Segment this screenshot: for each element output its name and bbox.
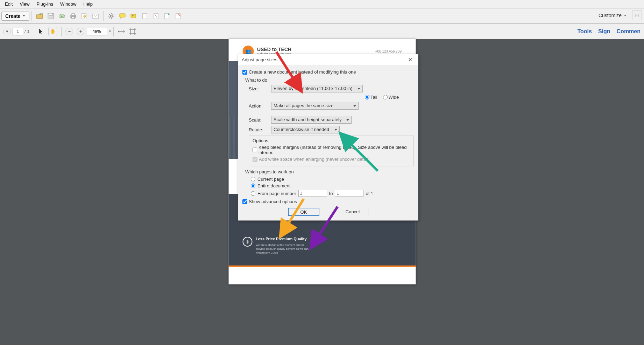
page-edit-icon[interactable] [175, 12, 182, 20]
feature-heading: Less Price Premium Quality [256, 237, 312, 241]
zoom-in-icon[interactable]: + [77, 28, 84, 35]
tall-radio[interactable]: Tall [365, 95, 377, 100]
fit-page-icon[interactable] [129, 28, 136, 35]
svg-rect-13 [165, 13, 169, 19]
menu-edit[interactable]: Edit [1, 1, 16, 7]
open-icon[interactable] [36, 12, 43, 20]
target-icon: ◎ [242, 237, 252, 247]
action-label: Action: [249, 103, 268, 109]
rotate-select[interactable]: Counterclockwise if needed [271, 126, 340, 133]
phone-number: +00 123 456 789 [375, 49, 402, 53]
menubar: Edit View Plug-Ins Window Help [0, 0, 644, 8]
from-page-input[interactable] [298, 190, 327, 197]
create-new-checkbox[interactable]: Create a new document instead of modifyi… [242, 69, 414, 75]
save-icon[interactable] [47, 12, 55, 20]
zoom-input[interactable] [86, 28, 107, 35]
what-to-do-label: What to do [245, 77, 414, 83]
mail-icon[interactable] [92, 12, 99, 20]
cloud-icon[interactable] [58, 12, 66, 20]
options-label: Options [253, 138, 410, 143]
svg-rect-15 [130, 29, 135, 34]
note-icon[interactable] [119, 12, 126, 20]
svg-rect-1 [49, 13, 52, 15]
page-down-icon[interactable]: ▾ [3, 28, 11, 35]
size-label: Size: [249, 86, 268, 91]
hand-icon[interactable]: ✋ [48, 27, 57, 36]
cursor-icon[interactable] [37, 28, 45, 35]
page-number-input[interactable] [13, 28, 23, 35]
dialog-titlebar: Adjust page sizes ✕ [238, 54, 418, 65]
svg-rect-10 [143, 13, 147, 19]
rotate-label: Rotate: [249, 127, 268, 132]
ok-button[interactable]: OK [288, 208, 319, 216]
menu-view[interactable]: View [16, 1, 33, 7]
action-select[interactable]: Make all pages the same size [271, 102, 359, 110]
keep-bleed-checkbox[interactable]: Keep bleed margins (instead of removing … [253, 145, 410, 155]
separator [103, 11, 104, 21]
gear-icon[interactable] [107, 12, 115, 20]
print-icon[interactable] [69, 12, 77, 20]
from-page-radio[interactable]: From page number to of 1 [251, 190, 414, 197]
scale-select[interactable]: Scale width and height separately [271, 116, 352, 124]
create-button[interactable]: Create▼ [1, 12, 29, 21]
cancel-button[interactable]: Cancel [337, 208, 368, 216]
wide-radio[interactable]: Wide [383, 95, 399, 100]
adjust-page-sizes-dialog: Adjust page sizes ✕ Create a new documen… [238, 54, 418, 221]
options-group: Options Keep bleed margins (instead of r… [249, 136, 414, 166]
page-total: / 1 [24, 29, 29, 34]
separator [61, 27, 62, 36]
to-page-input[interactable] [335, 190, 363, 197]
zoom-out-icon[interactable]: − [65, 28, 73, 35]
entire-doc-radio[interactable]: Entire document [251, 183, 414, 188]
which-pages-label: Which pages to work on [245, 169, 414, 174]
show-advanced-checkbox[interactable]: Show advanced options [242, 199, 414, 204]
scale-label: Scale: [249, 117, 268, 123]
size-select[interactable]: Eleven by seventeen (11.00 x 17.00 in) [271, 85, 363, 92]
separator [33, 27, 33, 36]
close-icon[interactable]: ✕ [406, 56, 415, 63]
menu-window[interactable]: Window [57, 1, 80, 7]
toolbar-main: Create▼ T Customize▼ [0, 8, 644, 24]
highlight-icon[interactable]: T [130, 12, 137, 20]
svg-rect-3 [72, 14, 75, 15]
tools-link[interactable]: Tools [577, 28, 592, 35]
to-label: to [329, 191, 333, 196]
svg-rect-14 [176, 13, 180, 19]
svg-rect-4 [72, 17, 75, 19]
dialog-title-text: Adjust page sizes [242, 57, 277, 62]
fit-width-icon[interactable] [118, 28, 125, 35]
feature-price: ◎ Less Price Premium QualityWe are a sta… [242, 237, 312, 259]
edit-doc-icon[interactable] [80, 12, 88, 20]
brand-name: USED to TECH [257, 47, 291, 52]
menu-help[interactable]: Help [80, 1, 96, 7]
of-label: of 1 [366, 191, 373, 196]
feature-text: We are a startup at the moment and will … [256, 243, 312, 255]
expand-icon[interactable] [632, 11, 642, 20]
svg-point-7 [110, 15, 112, 17]
toolbar-nav: ▾ / 1 ✋ − + ▼ Tools Sign Commen [0, 24, 644, 39]
separator [31, 11, 32, 21]
menu-plugins[interactable]: Plug-Ins [33, 1, 57, 7]
zoom-dropdown-icon[interactable]: ▼ [108, 30, 111, 33]
page-remove-icon[interactable] [152, 12, 160, 20]
svg-text:T: T [132, 15, 134, 18]
separator [113, 27, 114, 36]
page-add-icon[interactable] [141, 12, 149, 20]
right-panel-links: Tools Sign Commen [577, 28, 641, 35]
comment-link[interactable]: Commen [617, 28, 641, 35]
whitespace-checkbox: Add white space when enlarging (never un… [253, 157, 410, 162]
current-page-radio[interactable]: Current page [251, 177, 414, 182]
sign-link[interactable]: Sign [598, 28, 610, 35]
customize-button[interactable]: Customize▼ [599, 13, 627, 18]
page-export-icon[interactable] [163, 12, 171, 20]
